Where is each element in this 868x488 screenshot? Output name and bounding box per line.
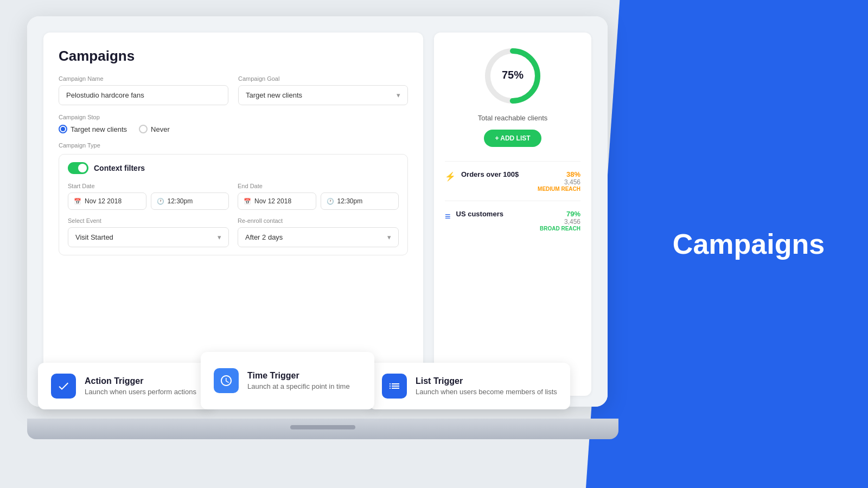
- end-date-value: Nov 12 2018: [254, 197, 291, 205]
- end-date-group: End Date 📅 Nov 12 2018 🕐 12:30pm: [238, 183, 399, 210]
- time-trigger-icon: [214, 368, 239, 393]
- start-date-value: Nov 12 2018: [85, 197, 122, 205]
- laptop-screen: Campaigns Campaign Name Pelostudio hardc…: [27, 16, 608, 407]
- chevron-event-icon: ▾: [218, 233, 221, 241]
- select-event-input[interactable]: Visit Started ▾: [68, 227, 229, 247]
- stat-icon-2: ≡: [445, 211, 451, 222]
- donut-label: Total reachable clients: [478, 114, 548, 122]
- date-row: Start Date 📅 Nov 12 2018 🕐 12:30pm: [68, 183, 399, 210]
- svg-text:75%: 75%: [502, 69, 524, 81]
- calendar-icon: 📅: [74, 198, 81, 205]
- radio-target-new-clients[interactable]: Target new clients: [59, 125, 127, 133]
- stat-pct-2: 79%: [540, 210, 580, 218]
- stat-right-1: 38% 3,456 MEDIUM REACH: [538, 170, 580, 192]
- start-date-group: Start Date 📅 Nov 12 2018 🕐 12:30pm: [68, 183, 229, 210]
- select-event-group: Select Event Visit Started ▾: [68, 217, 229, 247]
- stats-panel: 75% Total reachable clients + ADD LIST ⚡…: [434, 33, 591, 396]
- chevron-down-icon: ▾: [397, 91, 400, 99]
- action-trigger-icon: [51, 374, 76, 399]
- campaign-goal-select[interactable]: Target new clients ▾: [238, 85, 408, 105]
- list-trigger-desc: Launch when users become members of list…: [416, 388, 557, 396]
- campaign-goal-group: Campaign Goal Target new clients ▾: [238, 75, 408, 105]
- stat-row-1: ⚡ Orders over 100$ 38% 3,456 MEDIUM REAC…: [445, 166, 580, 196]
- time-trigger-card[interactable]: Time Trigger Launch at a specific point …: [201, 352, 374, 409]
- reenroll-group: Re-enroll contact After 2 days ▾: [238, 217, 399, 247]
- start-date-label: Start Date: [68, 183, 229, 189]
- list-trigger-title: List Trigger: [416, 376, 557, 386]
- campaign-goal-label: Campaign Goal: [238, 75, 408, 82]
- radio-label-2: Never: [151, 125, 170, 133]
- stat-content-1: Orders over 100$: [461, 170, 532, 178]
- stat-divider-1: [445, 161, 580, 162]
- blue-panel: Campaigns: [586, 0, 868, 488]
- context-filters-toggle[interactable]: [68, 162, 88, 174]
- stat-name-2: US customers: [456, 210, 534, 218]
- stat-row-2: ≡ US customers 79% 3,456 BROAD REACH: [445, 206, 580, 236]
- stat-name-1: Orders over 100$: [461, 170, 532, 178]
- radio-dot-selected: [59, 125, 67, 133]
- action-trigger-desc: Launch when users perform actions: [85, 388, 196, 396]
- toggle-row: Context filters: [68, 162, 399, 174]
- reenroll-select[interactable]: After 2 days ▾: [238, 227, 399, 247]
- start-date-input[interactable]: 📅 Nov 12 2018: [68, 192, 146, 210]
- donut-chart: 75%: [480, 43, 545, 108]
- stat-count-1: 3,456: [538, 178, 580, 186]
- blue-panel-title: Campaigns: [673, 228, 825, 260]
- campaign-name-input[interactable]: Pelostudio hardcore fans: [59, 85, 228, 105]
- list-trigger-text: List Trigger Launch when users become me…: [416, 376, 557, 396]
- radio-label-1: Target new clients: [71, 125, 127, 133]
- page-title: Campaigns: [59, 48, 408, 65]
- clock-icon-end: 🕐: [327, 198, 334, 205]
- start-time-value: 12:30pm: [168, 197, 193, 205]
- radio-never[interactable]: Never: [139, 125, 170, 133]
- campaign-stop-label: Campaign Stop: [59, 114, 408, 120]
- clock-icon: 🕐: [157, 198, 164, 205]
- laptop-base: [27, 419, 618, 439]
- add-list-button[interactable]: + ADD LIST: [484, 130, 541, 147]
- end-time-input[interactable]: 🕐 12:30pm: [321, 192, 399, 210]
- type-box: Context filters Start Date 📅 Nov 12 2018: [59, 154, 408, 255]
- end-date-input[interactable]: 📅 Nov 12 2018: [238, 192, 316, 210]
- campaign-name-group: Campaign Name Pelostudio hardcore fans: [59, 75, 228, 105]
- reenroll-label: Re-enroll contact: [238, 217, 399, 224]
- stat-reach-1: MEDIUM REACH: [538, 186, 580, 192]
- time-trigger-desc: Launch at a specific point in time: [247, 382, 350, 390]
- trigger-cards: Action Trigger Launch when users perform…: [38, 363, 570, 409]
- list-trigger-icon: [382, 374, 407, 399]
- start-time-input[interactable]: 🕐 12:30pm: [151, 192, 229, 210]
- context-filters-label: Context filters: [94, 164, 145, 172]
- laptop-wrapper: Campaigns Campaign Name Pelostudio hardc…: [27, 16, 618, 439]
- radio-dot-empty: [139, 125, 148, 133]
- stat-right-2: 79% 3,456 BROAD REACH: [540, 210, 580, 232]
- time-trigger-text: Time Trigger Launch at a specific point …: [247, 371, 350, 390]
- radio-group: Target new clients Never: [59, 125, 408, 133]
- stat-content-2: US customers: [456, 210, 534, 218]
- form-panel: Campaigns Campaign Name Pelostudio hardc…: [43, 33, 423, 396]
- stat-count-2: 3,456: [540, 218, 580, 226]
- laptop-notch: [290, 425, 355, 429]
- stat-divider-2: [445, 201, 580, 201]
- action-trigger-card[interactable]: Action Trigger Launch when users perform…: [38, 363, 212, 409]
- action-trigger-text: Action Trigger Launch when users perform…: [85, 376, 196, 396]
- select-event-row: Select Event Visit Started ▾ Re-enroll c…: [68, 217, 399, 247]
- select-event-label: Select Event: [68, 217, 229, 224]
- end-date-label: End Date: [238, 183, 399, 189]
- stat-pct-1: 38%: [538, 170, 580, 178]
- campaign-type-label: Campaign Type: [59, 142, 408, 149]
- time-trigger-title: Time Trigger: [247, 371, 350, 381]
- stat-reach-2: BROAD REACH: [540, 226, 580, 232]
- chevron-reenroll-icon: ▾: [387, 233, 391, 241]
- end-time-value: 12:30pm: [337, 197, 363, 205]
- calendar-icon-end: 📅: [244, 198, 251, 205]
- action-trigger-title: Action Trigger: [85, 376, 196, 386]
- list-trigger-card[interactable]: List Trigger Launch when users become me…: [369, 363, 570, 409]
- campaign-name-label: Campaign Name: [59, 75, 228, 82]
- stat-icon-1: ⚡: [445, 171, 456, 182]
